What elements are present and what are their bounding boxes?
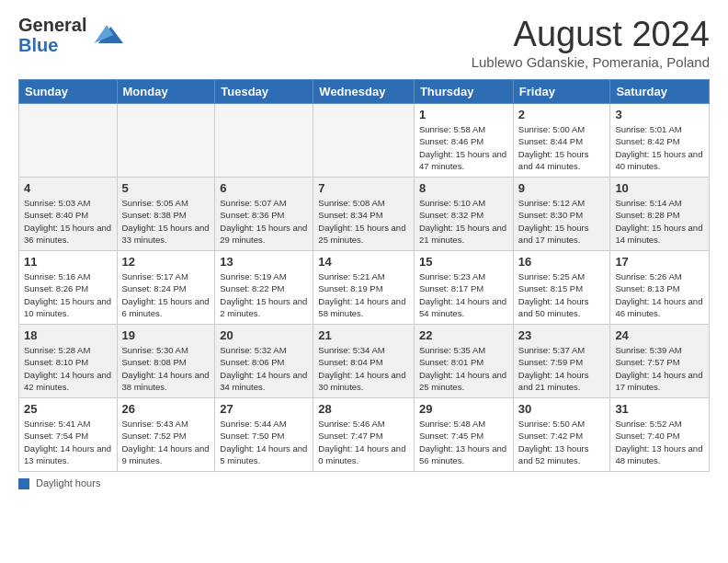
table-row: 27Sunrise: 5:44 AMSunset: 7:50 PMDayligh… — [215, 398, 313, 472]
day-number: 2 — [518, 108, 606, 121]
day-info: Sunrise: 5:16 AMSunset: 8:26 PMDaylight:… — [24, 270, 112, 319]
day-number: 21 — [318, 328, 409, 342]
day-info: Sunrise: 5:43 AMSunset: 7:52 PMDaylight:… — [122, 418, 210, 466]
day-info: Sunrise: 5:23 AMSunset: 8:17 PMDaylight:… — [419, 270, 508, 319]
day-number: 11 — [24, 255, 112, 269]
day-number: 5 — [122, 181, 210, 195]
day-number: 15 — [419, 255, 508, 269]
table-row: 16Sunrise: 5:25 AMSunset: 8:15 PMDayligh… — [513, 251, 610, 325]
day-info: Sunrise: 5:25 AMSunset: 8:15 PMDaylight:… — [518, 270, 606, 319]
calendar-week-row: 18Sunrise: 5:28 AMSunset: 8:10 PMDayligh… — [19, 325, 710, 398]
day-info: Sunrise: 5:39 AMSunset: 7:57 PMDaylight:… — [615, 344, 704, 393]
day-number: 22 — [419, 328, 508, 342]
day-number: 4 — [24, 181, 112, 195]
header: General Blue August 2024 Lublewo Gdanski… — [18, 15, 710, 70]
day-number: 16 — [518, 255, 606, 269]
table-row: 29Sunrise: 5:48 AMSunset: 7:45 PMDayligh… — [414, 398, 513, 472]
day-info: Sunrise: 5:37 AMSunset: 7:59 PMDaylight:… — [518, 344, 606, 393]
calendar-week-row: 4Sunrise: 5:03 AMSunset: 8:40 PMDaylight… — [19, 178, 710, 251]
footer-label: Daylight hours — [36, 477, 100, 488]
day-info: Sunrise: 5:07 AMSunset: 8:36 PMDaylight:… — [220, 197, 308, 246]
table-row: 9Sunrise: 5:12 AMSunset: 8:30 PMDaylight… — [513, 178, 610, 251]
day-info: Sunrise: 5:01 AMSunset: 8:42 PMDaylight:… — [615, 123, 704, 172]
col-friday: Friday — [513, 80, 610, 104]
day-number: 9 — [518, 181, 606, 195]
table-row: 11Sunrise: 5:16 AMSunset: 8:26 PMDayligh… — [19, 251, 118, 325]
page: General Blue August 2024 Lublewo Gdanski… — [0, 0, 728, 499]
day-info: Sunrise: 5:28 AMSunset: 8:10 PMDaylight:… — [24, 344, 112, 393]
table-row: 17Sunrise: 5:26 AMSunset: 8:13 PMDayligh… — [610, 251, 710, 325]
table-row: 31Sunrise: 5:52 AMSunset: 7:40 PMDayligh… — [610, 398, 710, 472]
daylight-dot — [18, 478, 29, 489]
day-info: Sunrise: 5:32 AMSunset: 8:06 PMDaylight:… — [220, 344, 308, 393]
table-row: 15Sunrise: 5:23 AMSunset: 8:17 PMDayligh… — [414, 251, 513, 325]
day-number: 14 — [318, 255, 409, 269]
col-wednesday: Wednesday — [313, 80, 415, 104]
table-row — [117, 104, 215, 178]
table-row: 5Sunrise: 5:05 AMSunset: 8:38 PMDaylight… — [117, 178, 215, 251]
day-number: 12 — [122, 255, 210, 269]
table-row — [215, 104, 313, 178]
day-number: 24 — [615, 328, 704, 342]
day-info: Sunrise: 5:17 AMSunset: 8:24 PMDaylight:… — [122, 270, 210, 319]
table-row: 24Sunrise: 5:39 AMSunset: 7:57 PMDayligh… — [610, 325, 710, 398]
table-row: 25Sunrise: 5:41 AMSunset: 7:54 PMDayligh… — [19, 398, 118, 472]
table-row: 22Sunrise: 5:35 AMSunset: 8:01 PMDayligh… — [414, 325, 513, 398]
calendar-table: Sunday Monday Tuesday Wednesday Thursday… — [18, 79, 710, 472]
table-row: 26Sunrise: 5:43 AMSunset: 7:52 PMDayligh… — [117, 398, 215, 472]
table-row: 10Sunrise: 5:14 AMSunset: 8:28 PMDayligh… — [610, 178, 710, 251]
day-number: 23 — [518, 328, 606, 342]
logo: General Blue — [18, 15, 123, 55]
logo-blue: Blue — [18, 35, 86, 55]
col-thursday: Thursday — [414, 80, 513, 104]
location-subtitle: Lublewo Gdanskie, Pomerania, Poland — [472, 54, 710, 70]
table-row: 20Sunrise: 5:32 AMSunset: 8:06 PMDayligh… — [215, 325, 313, 398]
col-saturday: Saturday — [610, 80, 710, 104]
day-number: 28 — [318, 402, 409, 416]
day-info: Sunrise: 5:21 AMSunset: 8:19 PMDaylight:… — [318, 270, 409, 319]
logo-icon — [90, 18, 123, 52]
day-number: 27 — [220, 402, 308, 416]
day-info: Sunrise: 5:58 AMSunset: 8:46 PMDaylight:… — [419, 123, 508, 172]
day-info: Sunrise: 5:34 AMSunset: 8:04 PMDaylight:… — [318, 344, 409, 393]
day-number: 18 — [24, 328, 112, 342]
day-number: 10 — [615, 181, 704, 195]
day-info: Sunrise: 5:10 AMSunset: 8:32 PMDaylight:… — [419, 197, 508, 246]
day-info: Sunrise: 5:26 AMSunset: 8:13 PMDaylight:… — [615, 270, 704, 319]
table-row: 8Sunrise: 5:10 AMSunset: 8:32 PMDaylight… — [414, 178, 513, 251]
day-number: 20 — [220, 328, 308, 342]
col-monday: Monday — [117, 80, 215, 104]
table-row: 1Sunrise: 5:58 AMSunset: 8:46 PMDaylight… — [414, 104, 513, 178]
day-info: Sunrise: 5:41 AMSunset: 7:54 PMDaylight:… — [24, 418, 112, 466]
table-row: 23Sunrise: 5:37 AMSunset: 7:59 PMDayligh… — [513, 325, 610, 398]
day-info: Sunrise: 5:44 AMSunset: 7:50 PMDaylight:… — [220, 418, 308, 466]
footer: Daylight hours — [18, 477, 710, 489]
table-row: 4Sunrise: 5:03 AMSunset: 8:40 PMDaylight… — [19, 178, 118, 251]
day-number: 17 — [615, 255, 704, 269]
day-number: 26 — [122, 402, 210, 416]
day-number: 6 — [220, 181, 308, 195]
table-row: 7Sunrise: 5:08 AMSunset: 8:34 PMDaylight… — [313, 178, 415, 251]
day-number: 13 — [220, 255, 308, 269]
day-info: Sunrise: 5:05 AMSunset: 8:38 PMDaylight:… — [122, 197, 210, 246]
day-number: 19 — [122, 328, 210, 342]
table-row: 6Sunrise: 5:07 AMSunset: 8:36 PMDaylight… — [215, 178, 313, 251]
table-row — [19, 104, 118, 178]
day-info: Sunrise: 5:19 AMSunset: 8:22 PMDaylight:… — [220, 270, 308, 319]
day-info: Sunrise: 5:46 AMSunset: 7:47 PMDaylight:… — [318, 418, 409, 466]
day-info: Sunrise: 5:35 AMSunset: 8:01 PMDaylight:… — [419, 344, 508, 393]
day-info: Sunrise: 5:14 AMSunset: 8:28 PMDaylight:… — [615, 197, 704, 246]
table-row: 30Sunrise: 5:50 AMSunset: 7:42 PMDayligh… — [513, 398, 610, 472]
day-number: 8 — [419, 181, 508, 195]
table-row: 21Sunrise: 5:34 AMSunset: 8:04 PMDayligh… — [313, 325, 415, 398]
day-info: Sunrise: 5:50 AMSunset: 7:42 PMDaylight:… — [518, 418, 606, 466]
day-number: 3 — [615, 108, 704, 121]
table-row: 18Sunrise: 5:28 AMSunset: 8:10 PMDayligh… — [19, 325, 118, 398]
table-row — [313, 104, 415, 178]
day-info: Sunrise: 5:30 AMSunset: 8:08 PMDaylight:… — [122, 344, 210, 393]
day-number: 25 — [24, 402, 112, 416]
calendar-header-row: Sunday Monday Tuesday Wednesday Thursday… — [19, 80, 710, 104]
table-row: 12Sunrise: 5:17 AMSunset: 8:24 PMDayligh… — [117, 251, 215, 325]
day-number: 29 — [419, 402, 508, 416]
day-number: 30 — [518, 402, 606, 416]
